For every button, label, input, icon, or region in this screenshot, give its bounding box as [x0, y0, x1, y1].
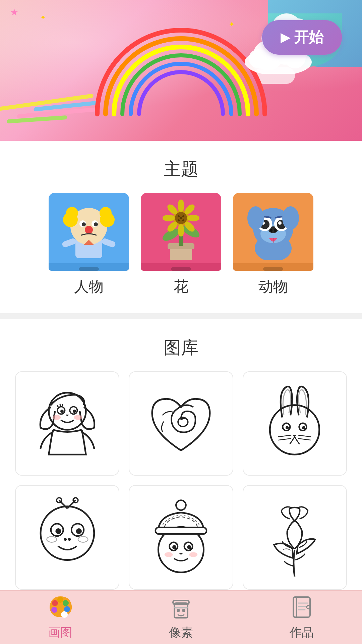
svg-point-28 — [187, 215, 199, 221]
star-decoration-2: ✦ — [40, 13, 46, 21]
svg-rect-122 — [174, 607, 188, 608]
gallery-item-rabbit[interactable] — [243, 371, 347, 476]
works-icon — [288, 594, 315, 621]
nav-item-works[interactable]: 作品 — [275, 589, 328, 644]
svg-point-27 — [163, 215, 175, 221]
start-button[interactable]: 开始 — [262, 20, 342, 55]
svg-point-116 — [64, 606, 70, 612]
svg-rect-123 — [293, 597, 310, 617]
theme-card-flowers[interactable]: 花 — [141, 193, 221, 297]
nav-icon-pixel — [168, 594, 194, 621]
palette-icon — [47, 594, 74, 621]
svg-point-81 — [78, 537, 88, 542]
svg-point-128 — [307, 605, 310, 609]
svg-point-9 — [66, 207, 78, 219]
svg-point-87 — [172, 545, 176, 549]
theme-card-animals[interactable]: 动物 — [233, 193, 313, 297]
character-flower — [149, 196, 213, 260]
svg-point-79 — [68, 538, 71, 541]
header-banner: ★ ✦ ★ ✦ 开始 — [0, 0, 362, 141]
svg-point-89 — [165, 552, 173, 557]
theme-label-animals: 动物 — [258, 277, 288, 297]
theme-book-flowers — [141, 193, 221, 263]
svg-point-113 — [52, 600, 58, 606]
drawing-alien — [26, 496, 109, 579]
theme-book-bottom-animals — [233, 263, 313, 271]
svg-point-52 — [282, 206, 299, 230]
pixel-icon — [168, 594, 194, 621]
svg-line-68 — [298, 438, 311, 440]
drawing-rabbit — [253, 382, 336, 465]
svg-point-76 — [55, 528, 61, 534]
gallery-item-alien[interactable] — [15, 485, 119, 589]
svg-point-35 — [182, 215, 184, 217]
drawing-girl — [26, 382, 109, 465]
gallery-item-hat-girl[interactable] — [129, 485, 233, 589]
svg-rect-84 — [156, 528, 206, 534]
svg-point-88 — [187, 545, 191, 549]
theme-cards-row: 人物 — [0, 193, 362, 313]
svg-point-56 — [60, 410, 64, 413]
svg-point-59 — [74, 415, 82, 420]
svg-point-37 — [182, 219, 184, 221]
svg-point-60 — [270, 405, 320, 454]
svg-point-38 — [180, 217, 182, 219]
character-dog — [240, 196, 307, 260]
svg-line-66 — [278, 438, 291, 440]
svg-point-14 — [94, 222, 98, 226]
svg-line-65 — [278, 435, 291, 437]
drawing-rose-stem — [253, 496, 336, 579]
theme-book-bottom-flowers — [141, 263, 221, 271]
gallery-section-title: 图库 — [0, 319, 362, 371]
svg-point-4 — [249, 49, 267, 68]
gallery-item-rose-stem[interactable] — [243, 485, 347, 589]
nav-item-pixel[interactable]: 像素 — [154, 589, 208, 644]
svg-point-73 — [41, 506, 94, 560]
svg-point-26 — [178, 224, 184, 236]
theme-book-people — [49, 193, 129, 263]
svg-point-34 — [178, 215, 180, 217]
svg-point-25 — [178, 200, 184, 212]
svg-point-117 — [51, 607, 57, 613]
svg-point-10 — [100, 207, 112, 219]
svg-rect-17 — [61, 237, 77, 248]
theme-section-title: 主题 — [0, 141, 362, 193]
svg-point-82 — [176, 500, 186, 510]
svg-point-77 — [76, 528, 81, 534]
svg-point-63 — [286, 426, 289, 429]
theme-section: 主题 — [0, 141, 362, 313]
theme-book-animals — [233, 193, 313, 263]
bottom-navigation: 画图 像素 — [0, 590, 362, 644]
svg-rect-18 — [101, 237, 116, 248]
svg-point-13 — [82, 222, 86, 226]
svg-point-80 — [47, 537, 57, 542]
nav-icon-works — [288, 594, 315, 621]
svg-point-57 — [73, 410, 76, 413]
nav-label-draw: 画图 — [48, 625, 72, 641]
svg-point-112 — [61, 611, 68, 618]
main-content: 主题 — [0, 141, 362, 644]
section-divider — [0, 313, 362, 319]
svg-point-43 — [270, 229, 273, 232]
character-clown — [55, 196, 122, 260]
svg-point-51 — [247, 206, 264, 230]
svg-point-64 — [302, 426, 305, 429]
drawing-hat-girl — [140, 496, 222, 579]
nav-label-works: 作品 — [290, 625, 314, 641]
theme-label-people: 人物 — [74, 277, 104, 297]
svg-point-15 — [85, 226, 93, 234]
drawing-rose-heart — [140, 382, 222, 465]
theme-book-bottom-people — [49, 263, 129, 271]
gallery-item-girl[interactable] — [15, 371, 119, 476]
svg-point-121 — [182, 609, 185, 612]
star-decoration-1: ★ — [10, 7, 18, 18]
svg-line-67 — [298, 435, 311, 437]
svg-point-58 — [52, 415, 61, 420]
theme-card-people[interactable]: 人物 — [49, 193, 129, 297]
nav-item-draw[interactable]: 画图 — [34, 589, 87, 644]
svg-point-115 — [63, 600, 69, 606]
gallery-item-rose-heart[interactable] — [129, 371, 233, 476]
svg-point-44 — [274, 229, 277, 232]
svg-point-120 — [177, 609, 180, 612]
svg-point-78 — [64, 538, 67, 541]
